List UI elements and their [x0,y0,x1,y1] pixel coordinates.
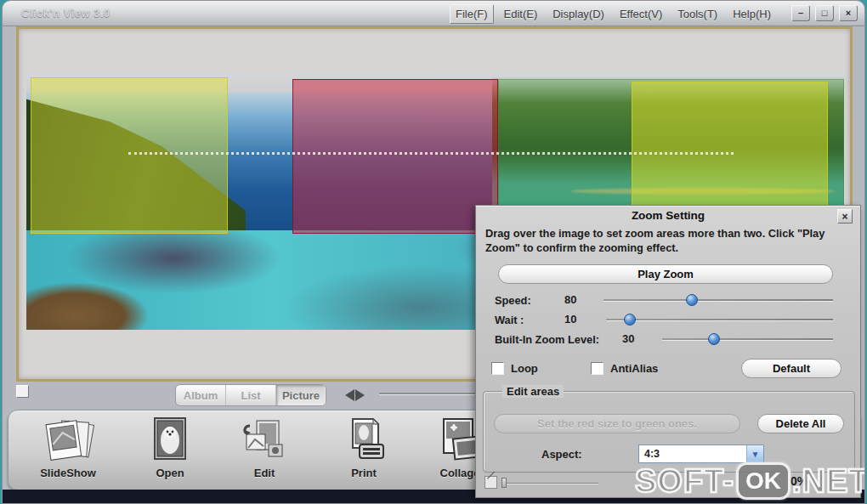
dialog-close-button[interactable]: × [837,209,853,224]
speed-value: 80 [564,293,576,306]
toolbar-item-label: Open [156,467,184,479]
tab-list[interactable]: List [226,385,276,405]
wait-slider[interactable] [606,319,833,321]
loop-checkbox[interactable] [491,362,504,375]
wait-value: 10 [564,313,576,326]
prev-arrow-icon[interactable] [345,389,354,401]
minimize-button[interactable]: – [791,5,810,21]
toolbar-item-label: Edit [254,467,275,479]
dialog-instructions: Drag over the image to set zoom areas mo… [485,226,856,255]
antialias-checkbox[interactable] [591,362,604,375]
aspect-label: Aspect: [541,448,582,461]
transparency-slider-thumb[interactable] [502,478,507,488]
speed-slider[interactable] [604,299,833,302]
menu-bar: File(F) Edit(E) Display(D) Effect(V) Too… [450,1,776,26]
speed-slider-thumb[interactable] [686,294,698,306]
menu-effect[interactable]: Effect(V) [615,5,667,23]
zoom-level-slider-thumb[interactable] [708,333,720,345]
zoom-area-red[interactable] [292,79,498,234]
wait-slider-thumb[interactable] [624,314,636,326]
tab-picture[interactable]: Picture [276,385,326,405]
mini-checkbox[interactable] [16,385,29,398]
percent-value: 0% [790,474,808,488]
menu-help[interactable]: Help(H) [728,5,776,23]
slideshow-button[interactable]: SlideShow [20,416,116,487]
edit-icon [238,416,291,465]
aspect-combobox[interactable]: 4:3 ▼ [638,445,764,463]
print-button[interactable]: Print [316,416,411,487]
open-icon [144,416,196,465]
toolbar-item-label: Print [351,467,377,479]
print-icon [337,416,390,465]
dialog-title: Zoom Setting [476,209,860,222]
slideshow-icon [42,416,94,465]
next-arrow-icon[interactable] [355,389,365,401]
prev-next-arrows[interactable] [339,387,370,404]
toolbar-item-label: SlideShow [40,467,96,479]
zoom-level-slider[interactable] [662,338,833,341]
menu-tools[interactable]: Tools(T) [672,5,722,23]
play-zoom-button[interactable]: Play Zoom [498,264,833,284]
edit-button[interactable]: Edit [217,416,312,487]
tab-album[interactable]: Album [176,385,226,405]
maximize-button[interactable]: □ [815,5,834,21]
open-button[interactable]: Open [122,416,218,487]
view-tabs: Album List Picture [175,384,326,406]
title-bar[interactable]: Click'n View 3.0 File(F) Edit(E) Display… [3,1,864,26]
resize-handle-icon[interactable] [484,476,497,489]
chevron-down-icon[interactable]: ▼ [746,445,763,462]
zoom-level-value: 30 [622,332,634,345]
speed-label: Speed: [495,294,531,307]
antialias-label: AntiAlias [610,362,658,375]
toolbar-item-label: Collage [440,467,480,479]
zoom-path-dotted-line [128,152,734,155]
menu-file[interactable]: File(F) [450,4,494,24]
zoom-area-yellow-left[interactable] [31,77,228,234]
zoom-level-label: Built-In Zoom Level: [495,333,599,346]
app-window: Click'n View 3.0 File(F) Edit(E) Display… [2,0,865,504]
zoom-setting-dialog: Zoom Setting × Drag over the image to se… [475,205,861,498]
window-title: Click'n View 3.0 [21,7,110,20]
transparency-slider[interactable] [503,483,598,484]
close-button[interactable]: × [839,5,858,21]
loop-label: Loop [511,362,538,375]
menu-display[interactable]: Display(D) [547,5,609,23]
menu-edit[interactable]: Edit(E) [499,5,543,23]
edit-areas-legend: Edit areas [502,385,564,398]
window-controls: – □ × [791,5,858,21]
default-button[interactable]: Default [741,359,842,378]
delete-all-button[interactable]: Delete All [757,414,844,433]
aspect-value: 4:3 [639,445,746,462]
wait-label: Wait : [495,314,524,326]
edit-areas-group: Edit areas Set the red size to green one… [483,391,855,473]
set-red-to-green-button[interactable]: Set the red size to green ones. [494,414,740,433]
position-slider[interactable] [379,393,476,395]
